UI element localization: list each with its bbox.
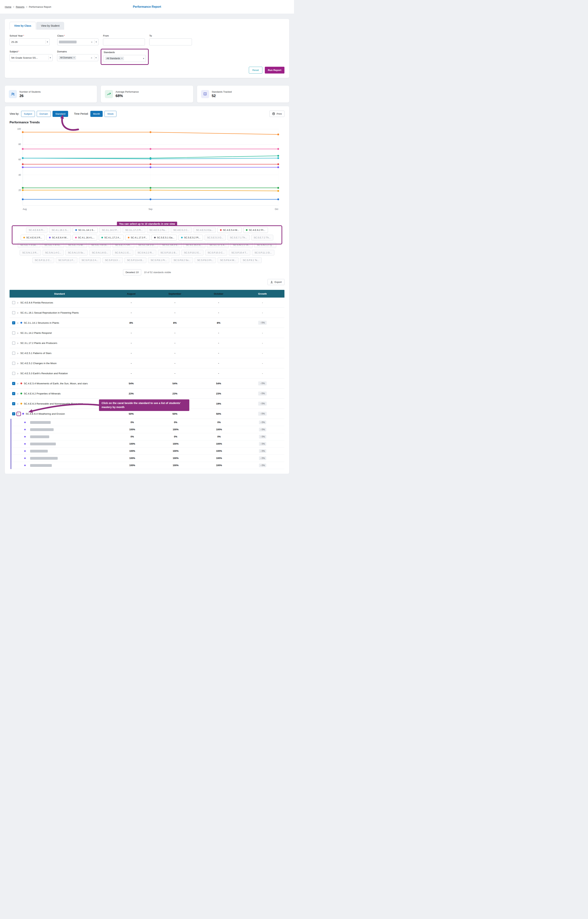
- standard-chip[interactable]: SC.4.L.16.1 S...: [49, 227, 71, 233]
- standard-chip[interactable]: SC.5.N.1.3 R...: [19, 250, 41, 256]
- standard-chip[interactable]: SC.4.E.6.2 Pr...: [243, 227, 268, 233]
- standard-chip[interactable]: SC.5.L.14.1 O...: [136, 242, 158, 248]
- standard-chip[interactable]: SC.5.N.1.5 Sc...: [65, 250, 87, 256]
- reset-button[interactable]: Reset: [249, 67, 262, 73]
- row-checkbox[interactable]: ✓: [12, 382, 15, 385]
- standard-chip[interactable]: SC.5.P.8.2 So...: [171, 257, 193, 263]
- chevron-down-icon[interactable]: ▾: [95, 57, 97, 59]
- standard-chip[interactable]: SC.5.P.8.4 M...: [218, 257, 239, 263]
- standard-chip[interactable]: SC.4.L.17.3 F...: [125, 235, 150, 240]
- chevron-down-icon[interactable]: ▾: [47, 41, 48, 43]
- expand-carat-icon[interactable]: ›: [17, 331, 18, 334]
- run-report-button[interactable]: Run Report: [265, 67, 284, 73]
- standard-chip[interactable]: SC.5.P.8.3 Pr...: [195, 257, 216, 263]
- time-period-month-button[interactable]: Month: [90, 111, 103, 117]
- subject-select[interactable]: 5th Grade Science SS... ▾: [10, 54, 53, 61]
- standard-chip[interactable]: SC.4.E.5.1 Pa...: [147, 227, 169, 233]
- standard-chip[interactable]: SC.5.E.7.6 Cli...: [89, 242, 111, 248]
- row-checkbox[interactable]: [12, 352, 15, 355]
- standard-chip[interactable]: SC.4.E.6.4 W...: [47, 235, 71, 240]
- expand-carat-icon[interactable]: ›: [17, 352, 18, 355]
- tab-view-by-student[interactable]: View by Student: [36, 22, 64, 29]
- standard-chip[interactable]: SC.5.P.11.2 C...: [32, 257, 54, 263]
- expand-carat-icon[interactable]: ›: [17, 342, 18, 345]
- row-checkbox[interactable]: [12, 372, 15, 375]
- standard-chip[interactable]: SC.5.E.5.2 Pl...: [178, 235, 203, 240]
- standard-chip[interactable]: SC.5.P.10.3 C...: [205, 250, 227, 256]
- row-checkbox[interactable]: [12, 331, 15, 334]
- print-button[interactable]: Print: [270, 111, 284, 117]
- standard-chip[interactable]: SC.4.E.6.3 R...: [21, 235, 45, 240]
- expand-carat-icon[interactable]: ›: [17, 301, 18, 304]
- remove-tag-icon[interactable]: ×: [73, 57, 75, 59]
- standard-chip[interactable]: SC.4.E.5.4 M...: [217, 227, 242, 233]
- standard-chip[interactable]: SC.5.P.10.2 E...: [181, 250, 204, 256]
- domains-select[interactable]: All Domains× × ▾: [57, 54, 98, 61]
- chevron-down-icon[interactable]: ▾: [96, 41, 97, 43]
- standard-chip[interactable]: SC.5.P.13.1 F...: [56, 257, 77, 263]
- expand-carat-icon[interactable]: ›: [17, 392, 18, 395]
- standard-chip[interactable]: SC.3.L.17.2 Pl...: [123, 227, 145, 233]
- school-year-select[interactable]: 25-26 ▾: [10, 39, 50, 45]
- breadcrumb-reports[interactable]: Reports: [16, 5, 24, 8]
- view-by-standard-button[interactable]: Standard: [53, 111, 68, 117]
- view-by-domain-button[interactable]: Domain: [37, 111, 51, 117]
- tab-view-by-class[interactable]: View by Class: [10, 22, 36, 29]
- standard-chip[interactable]: SC.5.P.9.1 Te...: [240, 257, 262, 263]
- standard-chip[interactable]: SC.5.E.5.3 O...: [205, 235, 226, 240]
- to-input[interactable]: [149, 39, 192, 45]
- standard-chip[interactable]: SC.5.L.14.2 S...: [160, 242, 182, 248]
- standard-chip[interactable]: SC.4.L.17.2 A...: [99, 235, 124, 240]
- expand-carat-icon[interactable]: ›: [17, 311, 18, 314]
- standard-chip[interactable]: SC.5.P.13.2 A...: [79, 257, 101, 263]
- standard-chip[interactable]: SC.4.L.16.4 L...: [73, 235, 97, 240]
- breadcrumb-home[interactable]: Home: [5, 5, 11, 8]
- expand-carat-icon[interactable]: ›: [17, 372, 18, 375]
- standard-chip[interactable]: SC.4.E.5.2 C...: [171, 227, 192, 233]
- expand-carat-icon[interactable]: ›: [17, 362, 18, 365]
- standard-chip[interactable]: SC.5.P.10.1 B...: [158, 250, 180, 256]
- view-by-subject-button[interactable]: Subject: [21, 111, 35, 117]
- standard-chip[interactable]: SC.5.P.13.3 ...: [102, 257, 123, 263]
- remove-tag-icon[interactable]: ×: [121, 57, 123, 60]
- from-input[interactable]: [103, 39, 145, 45]
- standard-chip[interactable]: SC.5.P.10.4 T...: [229, 250, 250, 256]
- export-button[interactable]: Export: [268, 279, 284, 285]
- row-checkbox[interactable]: [12, 311, 15, 314]
- standard-chip[interactable]: SC.5.N.2.1 E...: [112, 250, 134, 256]
- standard-chip[interactable]: SC.5.E.7.2 Th...: [251, 235, 273, 240]
- standard-chip[interactable]: SC.5.N.1.1 Th...: [231, 242, 253, 248]
- standard-chip[interactable]: SC.4.E.5.3 Ea...: [194, 227, 216, 233]
- standard-chip[interactable]: SC.5.E.7.5 W...: [66, 242, 87, 248]
- chevron-down-icon[interactable]: ▾: [143, 57, 144, 60]
- standard-chip[interactable]: SC.5.P.11.1 El...: [252, 250, 274, 256]
- standard-chip[interactable]: SC.5.L.15.1 E...: [183, 242, 205, 248]
- row-checkbox[interactable]: [12, 342, 15, 345]
- standard-chip[interactable]: SC.5.E.7.7 Pr...: [113, 242, 134, 248]
- standard-chip[interactable]: SC.5.P.8.1 Pr...: [148, 257, 169, 263]
- standard-chip[interactable]: SC.5.E.7.1 Th...: [228, 235, 250, 240]
- expand-carat-icon[interactable]: ›: [17, 402, 18, 405]
- standards-select[interactable]: All Standards× ▾: [103, 55, 146, 62]
- clear-icon[interactable]: ×: [90, 56, 93, 59]
- standard-chip[interactable]: SC.5.N.1.4 C...: [43, 250, 64, 256]
- class-select[interactable]: × ▾: [57, 39, 99, 45]
- standard-chip[interactable]: SC.3.L.14.1 S...: [73, 227, 98, 233]
- standard-chip[interactable]: SC.5.N.1.2 Ty...: [254, 242, 276, 248]
- chevron-down-icon[interactable]: ▾: [50, 57, 51, 59]
- row-checkbox[interactable]: ✓: [12, 402, 15, 405]
- standard-chip[interactable]: SC.5.N.1.6 O...: [89, 250, 111, 256]
- standard-chip[interactable]: SC.5.P.13.4 B...: [124, 257, 147, 263]
- standard-chip[interactable]: SC.5.E.5.1 Ga...: [152, 235, 177, 240]
- row-checkbox[interactable]: ✓: [12, 321, 15, 324]
- expand-carat-icon[interactable]: ›: [17, 321, 18, 324]
- deselect-all-button[interactable]: Deselect 10: [123, 269, 141, 276]
- standard-chip[interactable]: SC.5.E.7.4 Fo...: [42, 242, 64, 248]
- standard-chip[interactable]: SC.5.E.7.3 De...: [18, 242, 40, 248]
- row-checkbox[interactable]: [12, 362, 15, 365]
- row-checkbox[interactable]: ✓: [12, 392, 15, 395]
- expand-carat-icon[interactable]: ›: [17, 382, 18, 385]
- standard-chip[interactable]: SC.5.L.17.1 A...: [207, 242, 229, 248]
- standard-chip[interactable]: SC.4.E.6.6 Fl...: [26, 227, 47, 233]
- row-checkbox[interactable]: ✓: [12, 412, 15, 415]
